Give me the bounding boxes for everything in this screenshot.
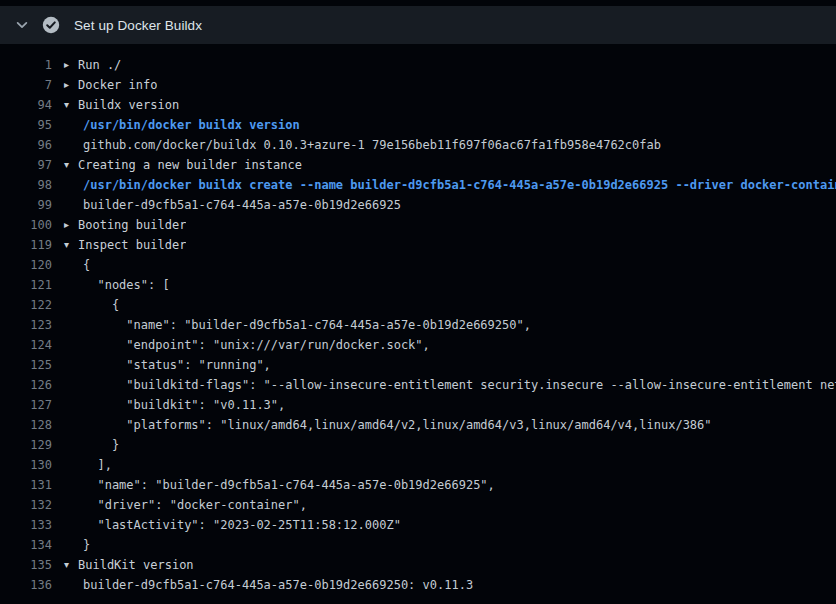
group-caret-icon[interactable]: ▾: [64, 555, 78, 575]
line-text: "name": "builder-d9cfb5a1-c764-445a-a57e…: [78, 315, 531, 335]
line-text: Run ./: [78, 55, 121, 75]
line-text: {: [78, 295, 119, 315]
line-text: Creating a new builder instance: [78, 155, 302, 175]
line-text: "status": "running",: [78, 355, 271, 375]
line-number-link[interactable]: 132: [0, 495, 52, 515]
line-text: "buildkitd-flags": "--allow-insecure-ent…: [78, 375, 836, 395]
log-line: 96 github.com/docker/buildx 0.10.3+azure…: [0, 135, 836, 155]
line-text: Booting builder: [78, 215, 186, 235]
group-caret-icon[interactable]: ▸: [64, 55, 78, 75]
step-success-check-icon: [42, 16, 60, 34]
line-number-link[interactable]: 95: [0, 115, 52, 135]
log-line: 131 "name": "builder-d9cfb5a1-c764-445a-…: [0, 475, 836, 495]
log-line[interactable]: 7 ▸ Docker info: [0, 75, 836, 95]
line-text: "name": "builder-d9cfb5a1-c764-445a-a57e…: [78, 475, 495, 495]
log-line: 98 /usr/bin/docker buildx create --name …: [0, 175, 836, 195]
line-number-link[interactable]: 125: [0, 355, 52, 375]
line-text: "nodes": [: [78, 275, 170, 295]
line-number-link[interactable]: 96: [0, 135, 52, 155]
line-number-link[interactable]: 130: [0, 455, 52, 475]
log-line: 127 "buildkit": "v0.11.3",: [0, 395, 836, 415]
log-line: 129 }: [0, 435, 836, 455]
line-text: Docker info: [78, 75, 157, 95]
line-number-link[interactable]: 126: [0, 375, 52, 395]
group-caret-icon[interactable]: ▸: [64, 75, 78, 95]
line-text: "platforms": "linux/amd64,linux/amd64/v2…: [78, 415, 712, 435]
step-header[interactable]: Set up Docker Buildx: [0, 6, 836, 44]
line-number-link[interactable]: 94: [0, 95, 52, 115]
line-number-link[interactable]: 129: [0, 435, 52, 455]
line-text: "driver": "docker-container",: [78, 495, 307, 515]
log-line: 136 builder-d9cfb5a1-c764-445a-a57e-0b19…: [0, 575, 836, 595]
line-text: {: [78, 255, 90, 275]
line-number-link[interactable]: 124: [0, 335, 52, 355]
line-number-link[interactable]: 100: [0, 215, 52, 235]
group-caret-icon[interactable]: ▾: [64, 95, 78, 115]
log-line[interactable]: 119 ▾ Inspect builder: [0, 235, 836, 255]
group-caret-icon[interactable]: ▾: [64, 155, 78, 175]
line-number-link[interactable]: 123: [0, 315, 52, 335]
step-title: Set up Docker Buildx: [74, 18, 202, 33]
line-text: github.com/docker/buildx 0.10.3+azure-1 …: [78, 135, 661, 155]
line-text: /usr/bin/docker buildx version: [78, 115, 300, 135]
line-text: builder-d9cfb5a1-c764-445a-a57e-0b19d2e6…: [78, 195, 401, 215]
line-number-link[interactable]: 133: [0, 515, 52, 535]
line-number-link[interactable]: 128: [0, 415, 52, 435]
line-number-link[interactable]: 121: [0, 275, 52, 295]
line-number-link[interactable]: 1: [0, 55, 52, 75]
log-line: 126 "buildkitd-flags": "--allow-insecure…: [0, 375, 836, 395]
line-text: "lastActivity": "2023-02-25T11:58:12.000…: [78, 515, 401, 535]
log-line: 99 builder-d9cfb5a1-c764-445a-a57e-0b19d…: [0, 195, 836, 215]
group-caret-icon[interactable]: ▸: [64, 215, 78, 235]
log-line[interactable]: 135 ▾ BuildKit version: [0, 555, 836, 575]
log-line[interactable]: 100 ▸ Booting builder: [0, 215, 836, 235]
line-number-link[interactable]: 134: [0, 535, 52, 555]
log-line: 95 /usr/bin/docker buildx version: [0, 115, 836, 135]
log-line: 128 "platforms": "linux/amd64,linux/amd6…: [0, 415, 836, 435]
line-text: ],: [78, 455, 112, 475]
line-text: /usr/bin/docker buildx create --name bui…: [78, 175, 836, 195]
log-line: 124 "endpoint": "unix:///var/run/docker.…: [0, 335, 836, 355]
chevron-down-icon: [15, 18, 29, 32]
log-line: 132 "driver": "docker-container",: [0, 495, 836, 515]
line-number-link[interactable]: 131: [0, 475, 52, 495]
line-number-link[interactable]: 135: [0, 555, 52, 575]
collapse-step-button[interactable]: [10, 13, 34, 37]
line-text: BuildKit version: [78, 555, 194, 575]
log-line: 130 ],: [0, 455, 836, 475]
log-line: 122 {: [0, 295, 836, 315]
log-line: 120 {: [0, 255, 836, 275]
line-number-link[interactable]: 99: [0, 195, 52, 215]
line-number-link[interactable]: 122: [0, 295, 52, 315]
line-text: }: [78, 435, 119, 455]
line-text: Inspect builder: [78, 235, 186, 255]
line-text: builder-d9cfb5a1-c764-445a-a57e-0b19d2e6…: [78, 575, 473, 595]
line-number-link[interactable]: 136: [0, 575, 52, 595]
log-line: 121 "nodes": [: [0, 275, 836, 295]
line-number-link[interactable]: 127: [0, 395, 52, 415]
log-line: 133 "lastActivity": "2023-02-25T11:58:12…: [0, 515, 836, 535]
line-text: Buildx version: [78, 95, 179, 115]
line-number-link[interactable]: 97: [0, 155, 52, 175]
line-number-link[interactable]: 98: [0, 175, 52, 195]
group-caret-icon[interactable]: ▾: [64, 235, 78, 255]
log-line: 123 "name": "builder-d9cfb5a1-c764-445a-…: [0, 315, 836, 335]
line-text: "buildkit": "v0.11.3",: [78, 395, 285, 415]
log-output: 1 ▸ Run ./ 7 ▸ Docker info 94 ▾ Buildx v…: [0, 44, 836, 595]
line-number-link[interactable]: 120: [0, 255, 52, 275]
line-number-link[interactable]: 7: [0, 75, 52, 95]
log-line: 134 }: [0, 535, 836, 555]
line-text: }: [78, 535, 90, 555]
log-line[interactable]: 97 ▾ Creating a new builder instance: [0, 155, 836, 175]
line-text: "endpoint": "unix:///var/run/docker.sock…: [78, 335, 430, 355]
log-line[interactable]: 1 ▸ Run ./: [0, 55, 836, 75]
line-number-link[interactable]: 119: [0, 235, 52, 255]
log-line[interactable]: 94 ▾ Buildx version: [0, 95, 836, 115]
log-line: 125 "status": "running",: [0, 355, 836, 375]
